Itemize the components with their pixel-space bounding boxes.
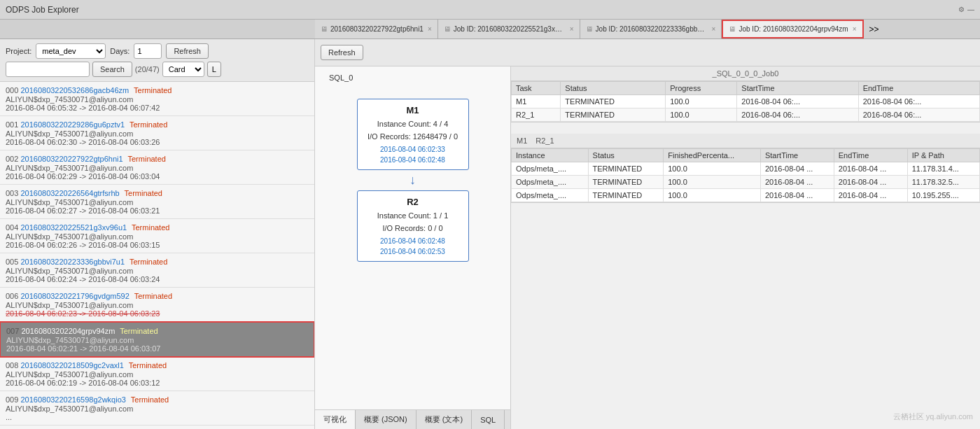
list-item[interactable]: 003 20160803220226564gtrfsrhb Terminated… (0, 185, 314, 219)
l-button[interactable]: L (207, 62, 221, 77)
card-select[interactable]: Card (162, 62, 204, 77)
tab-close-2[interactable]: × (570, 25, 574, 33)
tab-close-1[interactable]: × (428, 25, 432, 33)
job-time: 2016-08-04 06:05:32 -> 2016-08-04 06:07:… (6, 104, 309, 112)
r2-instance-count: Instance Count: 1 / 1 (366, 210, 460, 223)
down-arrow-icon: ↓ (410, 173, 416, 188)
bottom-tabs: 可视化 概要 (JSON) 概要 (文本) SQL (315, 409, 510, 429)
job-num: 006 (6, 292, 20, 300)
table-cell: 100.0 (664, 189, 761, 202)
table-row[interactable]: Odps/meta_....TERMINATED100.02016-08-04 … (512, 189, 980, 202)
table-cell: TERMINATED (561, 108, 666, 122)
job-email: ALIYUN$dxp_74530071@aliyun.com (6, 232, 309, 241)
job-email: ALIYUN$dxp_74530071@aliyun.com (6, 301, 309, 309)
job-email: ALIYUN$dxp_74530071@aliyun.com (6, 198, 309, 206)
instance-table-header: M1 R2_1 (511, 134, 980, 148)
list-item[interactable]: 000 20160803220532686gacb46zm Terminated… (0, 82, 314, 116)
col-starttime: StartTime (737, 82, 858, 95)
tab-sql[interactable]: SQL (472, 410, 505, 429)
job-list: 000 20160803220532686gacb46zm Terminated… (0, 82, 314, 429)
col-instance: Instance (512, 149, 589, 162)
instance-header-r2: R2_1 (536, 136, 554, 145)
list-item[interactable]: 008 20160803220218509gc2vaxl1 Terminated… (0, 357, 314, 391)
col-status: Status (561, 82, 666, 95)
search-button[interactable]: Search (92, 62, 132, 77)
table-cell: 100.0 (666, 108, 737, 122)
table-row[interactable]: M1TERMINATED100.02016-08-04 06:...2016-0… (512, 95, 980, 108)
col-inst-status: Status (588, 149, 664, 162)
list-item[interactable]: 007 20160803202204grpv94zm TerminatedALI… (0, 321, 314, 358)
table-row[interactable]: R2_1TERMINATED100.02016-08-04 06:...2016… (512, 108, 980, 122)
list-item[interactable]: 004 20160803220225521g3xv96u1 Terminated… (0, 219, 314, 253)
job-time: 2016-08-04 06:02:30 -> 2016-08-04 06:03:… (6, 138, 309, 146)
tab-close-4[interactable]: × (853, 25, 857, 33)
tab-close-3[interactable]: × (712, 25, 716, 33)
table-cell: 2016-08-04 06:... (737, 108, 858, 122)
r2-time1: 2016-08-04 06:02:48 (366, 237, 460, 245)
job-time: 2016-08-04 06:02:24 -> 2016-08-04 06:03:… (6, 275, 309, 283)
search-input[interactable] (6, 62, 90, 77)
job-id: 20160803220226564gtrfsrhb (20, 189, 119, 197)
col-progress: Progress (666, 82, 737, 95)
m1-node[interactable]: M1 Instance Count: 4 / 4 I/O Records: 12… (357, 99, 469, 170)
tab-label-4: Job ID: 20160803202204grpv94zm (738, 25, 848, 33)
job-num: 002 (6, 155, 20, 163)
tab-text[interactable]: 概要 (文本) (416, 410, 472, 429)
job-num: 009 (6, 395, 20, 404)
tables-area: _SQL_0_0_0_Job0 Task Status Progress Sta… (511, 66, 980, 429)
tab-1[interactable]: 🖥 20160803220227922gtp6hni1 × (315, 20, 438, 38)
job-status: Terminated (130, 223, 169, 232)
job-num: 008 (6, 361, 20, 370)
refresh-button-right[interactable]: Refresh (321, 45, 363, 60)
job-status: Terminated (127, 361, 167, 370)
job-status: Terminated (122, 189, 162, 197)
table-cell: 2016-08-04 ... (834, 162, 907, 176)
tab-label-3: Job ID: 20160803220223336gbbvi7u1 (596, 25, 708, 33)
job-num: 007 (6, 327, 21, 335)
job-status: Terminated (126, 155, 166, 163)
list-item[interactable]: 006 20160803220221796gvdgm592 Terminated… (0, 288, 314, 322)
job-status: Terminated (132, 292, 172, 300)
job-email: ALIYUN$dxp_74530071@aliyun.com (6, 95, 309, 104)
table-row[interactable]: Odps/meta_....TERMINATED100.02016-08-04 … (512, 176, 980, 189)
tab-4[interactable]: 🖥 Job ID: 20160803202204grpv94zm × (722, 20, 863, 38)
refresh-button-left[interactable]: Refresh (166, 43, 209, 59)
table-row[interactable]: Odps/meta_....TERMINATED100.02016-08-04 … (512, 162, 980, 176)
project-label: Project: (6, 47, 31, 55)
table-cell: TERMINATED (561, 95, 666, 108)
table-cell: M1 (512, 95, 561, 108)
search-count: (20/47) (135, 65, 160, 73)
tab-2[interactable]: 🖥 Job ID: 20160803220225521g3xv96u1 × (438, 20, 580, 38)
tab-visualization[interactable]: 可视化 (315, 410, 356, 429)
sql-label: SQL_0 (329, 73, 353, 82)
list-item[interactable]: 001 20160803220229286gu6pztv1 Terminated… (0, 116, 314, 150)
job-time: 2016-08-04 06:02:26 -> 2016-08-04 06:03:… (6, 241, 309, 249)
tab-json[interactable]: 概要 (JSON) (356, 410, 416, 429)
job-id: 20160803202204grpv94zm (21, 327, 115, 335)
tab-add-button[interactable]: >> (867, 20, 882, 38)
job-id: 20160803220532686gacb46zm (20, 86, 129, 94)
m1-title: M1 (366, 105, 460, 115)
job-status: Terminated (118, 327, 158, 335)
instance-header-m1: M1 (517, 136, 527, 145)
r2-title: R2 (366, 197, 460, 207)
table-cell: 2016-08-04 06:... (737, 95, 858, 108)
list-item[interactable]: 009 20160803220216598g2wkqio3 Terminated… (0, 391, 314, 426)
project-select[interactable]: meta_dev (36, 43, 106, 59)
list-item[interactable]: 005 20160803220223336gbbvi7u1 Terminated… (0, 253, 314, 288)
tab-3[interactable]: 🖥 Job ID: 20160803220223336gbbvi7u1 × (580, 20, 722, 38)
job-time: 2016-08-04 06:02:29 -> 2016-08-04 06:03:… (6, 172, 309, 181)
table-cell: TERMINATED (588, 176, 664, 189)
r2-node[interactable]: R2 Instance Count: 1 / 1 I/O Records: 0 … (357, 190, 469, 262)
table-cell: 100.0 (664, 162, 761, 176)
tab-label-2: Job ID: 20160803220225521g3xv96u1 (454, 25, 566, 33)
settings-icon[interactable]: ⚙ (958, 6, 965, 13)
job-time: 2016-08-04 06:02:21 -> 2016-08-04 06:03:… (6, 344, 308, 353)
r2-time2: 2016-08-04 06:02:53 (366, 248, 460, 255)
app-title: ODPS Job Explorer (6, 5, 79, 15)
minimize-icon[interactable]: — (967, 6, 974, 13)
days-input[interactable] (134, 43, 162, 59)
table-cell: 100.0 (664, 176, 761, 189)
table-cell: 100.0 (666, 95, 737, 108)
list-item[interactable]: 002 20160803220227922gtp6hni1 Terminated… (0, 150, 314, 185)
